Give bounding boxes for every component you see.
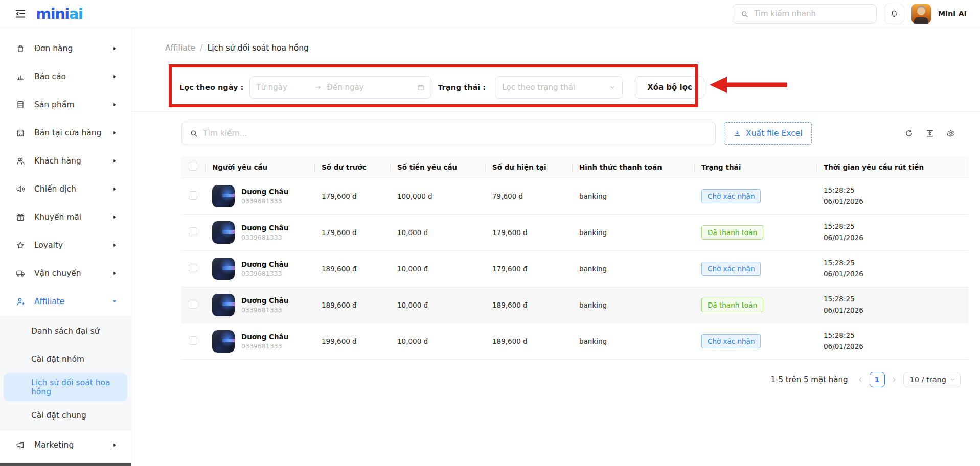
table-row: Dương Châu 0339681333 189,600 đ 10,000 đ…	[181, 287, 969, 323]
sidebar-subitem[interactable]: Danh sách đại sứ	[4, 317, 127, 345]
export-excel-button[interactable]: Xuất file Excel	[724, 122, 812, 145]
sidebar-subitem[interactable]: Lịch sử đối soát hoa hồng	[4, 373, 127, 401]
requester-cell: Dương Châu 0339681333	[212, 330, 307, 353]
next-page-button[interactable]	[891, 376, 898, 383]
date-to-input[interactable]	[327, 83, 412, 92]
balance-after-cell: 179,600 đ	[485, 214, 572, 250]
payment-method-cell: banking	[572, 178, 694, 214]
sidebar-item[interactable]: Bán tại cửa hàng	[0, 119, 131, 147]
notifications-button[interactable]	[884, 4, 904, 24]
sidebar-subitem[interactable]: Cài đặt nhóm	[4, 345, 127, 373]
column-header: Người yêu cầu	[205, 156, 314, 178]
app-logo[interactable]: miniai	[36, 7, 82, 21]
marketing-icon	[15, 440, 26, 450]
status-cell: Chờ xác nhận	[694, 178, 816, 214]
sidebar-subitem[interactable]: Cài đặt chung	[4, 401, 127, 429]
page-size-value: 10 / trang	[910, 376, 946, 384]
request-time-cell: 15:28:25 06/01/2026	[816, 287, 969, 323]
caret-right-icon	[111, 74, 118, 80]
sidebar-item[interactable]: Đơn hàng	[0, 34, 131, 62]
clear-filters-button[interactable]: Xóa bộ lọc	[635, 76, 704, 99]
megaphone-icon	[15, 184, 26, 194]
brand-area: miniai	[14, 7, 82, 21]
global-search-input[interactable]	[754, 9, 869, 18]
row-checkbox[interactable]	[189, 300, 197, 309]
table-header-row: Người yêu cầu Số dư trước Số tiền yêu cầ…	[181, 156, 969, 178]
sidebar-item[interactable]: Vận chuyển	[0, 259, 131, 287]
request-time: 15:28:25	[824, 221, 962, 232]
request-date: 06/01/2026	[824, 305, 962, 316]
sidebar-item[interactable]: Sản phẩm	[0, 90, 131, 119]
menu-fold-icon[interactable]	[14, 8, 27, 20]
gear-icon[interactable]	[946, 129, 955, 138]
reload-icon[interactable]	[904, 129, 914, 138]
status-cell: Đã thanh toán	[694, 214, 816, 250]
global-search-box[interactable]	[733, 4, 877, 24]
chevron-down-icon	[609, 84, 616, 90]
status-badge: Chờ xác nhận	[701, 189, 761, 203]
request-time-cell: 15:28:25 06/01/2026	[816, 323, 969, 359]
request-amount-cell: 100,000 đ	[390, 178, 485, 214]
request-time-cell: 15:28:25 06/01/2026	[816, 250, 969, 287]
sidebar-item[interactable]: Affiliate	[0, 287, 131, 315]
request-amount-cell: 10,000 đ	[390, 287, 485, 323]
page-size-select[interactable]: 10 / trang	[903, 372, 961, 387]
column-height-icon[interactable]	[925, 129, 935, 138]
status-badge: Đã thanh toán	[701, 225, 763, 240]
row-checkbox[interactable]	[189, 264, 197, 272]
select-all-cell	[181, 156, 205, 178]
sidebar-item[interactable]: Khuyến mãi	[0, 203, 131, 231]
table-search-box[interactable]	[181, 122, 716, 145]
requester-phone: 0339681333	[241, 306, 288, 314]
sidebar-item[interactable]: Loyalty	[0, 231, 131, 259]
caret-right-icon	[111, 130, 118, 136]
table-search-input[interactable]	[203, 129, 708, 138]
sidebar-item[interactable]: Báo cáo	[0, 62, 131, 90]
row-checkbox[interactable]	[189, 191, 197, 200]
breadcrumb-parent[interactable]: Affiliate	[165, 43, 195, 53]
request-date: 06/01/2026	[824, 341, 962, 353]
bell-icon	[890, 9, 899, 18]
select-all-checkbox[interactable]	[189, 162, 197, 171]
sidebar-item-label: Loyalty	[34, 241, 103, 250]
sidebar-item[interactable]: Marketing	[0, 431, 131, 459]
date-from-input[interactable]	[256, 83, 309, 92]
status-filter-select[interactable]: Lọc theo trạng thái	[495, 76, 623, 99]
sidebar-item[interactable]: Chiến dịch	[0, 175, 131, 203]
request-amount-cell: 10,000 đ	[390, 214, 485, 250]
requester-avatar	[212, 294, 235, 316]
sidebar-item-label: Affiliate	[34, 297, 103, 306]
calendar-icon	[417, 83, 425, 91]
caret-down-icon	[111, 298, 118, 305]
requester-cell: Dương Châu 0339681333	[212, 221, 307, 244]
sidebar-subitem-label: Danh sách đại sứ	[31, 327, 99, 336]
row-checkbox[interactable]	[189, 336, 197, 345]
sidebar-item-label: Báo cáo	[34, 72, 103, 81]
balance-before-cell: 179,600 đ	[314, 178, 390, 214]
truck-icon	[15, 268, 26, 278]
sidebar-item-label: Bán tại cửa hàng	[34, 128, 103, 137]
user-avatar[interactable]	[911, 4, 931, 24]
data-table: Người yêu cầu Số dư trước Số tiền yêu cầ…	[181, 156, 969, 360]
request-date: 06/01/2026	[824, 196, 962, 207]
top-header: miniai Mini AI	[0, 0, 980, 28]
caret-right-icon	[111, 186, 118, 192]
search-icon	[189, 129, 198, 138]
gift-icon	[15, 212, 26, 222]
sidebar: Đơn hàng Báo cáo Sản phẩm Bán tại cửa hà…	[0, 28, 131, 466]
request-time-cell: 15:28:25 06/01/2026	[816, 178, 969, 214]
caret-right-icon	[111, 442, 118, 448]
status-badge: Đã thanh toán	[701, 298, 763, 312]
row-checkbox[interactable]	[189, 227, 197, 236]
table-row: Dương Châu 0339681333 199,600 đ 10,000 đ…	[181, 323, 969, 359]
product-icon	[15, 100, 26, 110]
date-range-picker[interactable]	[249, 76, 431, 99]
prev-page-button[interactable]	[857, 376, 864, 383]
current-page-button[interactable]: 1	[870, 372, 885, 387]
data-table-wrap: Người yêu cầu Số dư trước Số tiền yêu cầ…	[181, 156, 969, 360]
bar-chart-icon	[15, 72, 26, 82]
requester-name: Dương Châu	[241, 333, 288, 341]
sidebar-item[interactable]: Khách hàng	[0, 147, 131, 175]
chevron-left-icon	[857, 376, 864, 383]
payment-method-cell: banking	[572, 323, 694, 359]
